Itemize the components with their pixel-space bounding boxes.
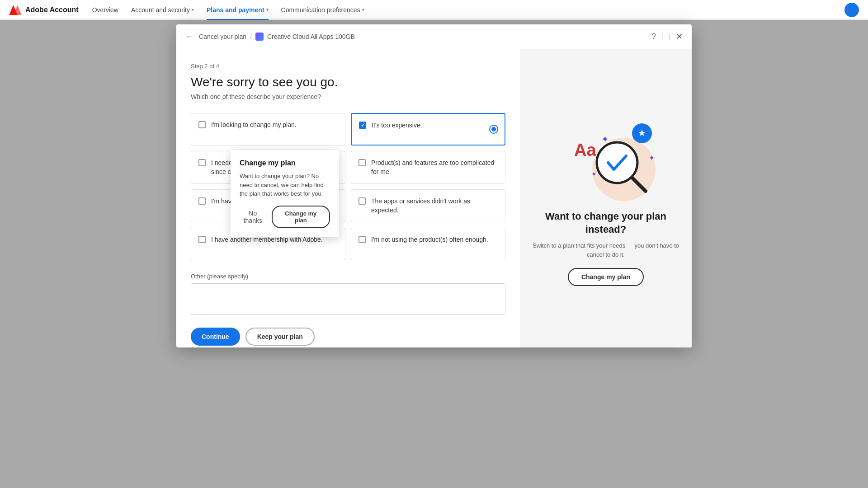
adobe-logo[interactable]: Adobe Account	[9, 5, 79, 15]
continue-button[interactable]: Continue	[191, 328, 240, 346]
option-change-plan[interactable]: I'm looking to change my plan.	[191, 113, 345, 145]
plan-icon	[255, 33, 264, 41]
breadcrumb-plan: Creative Cloud All Apps 100GB	[267, 33, 355, 40]
option-text-8: I'm not using the product(s) often enoug…	[371, 235, 488, 244]
svg-point-3	[597, 142, 637, 183]
popover-actions: No thanks Change my plan	[240, 206, 330, 228]
no-thanks-button[interactable]: No thanks	[240, 210, 266, 224]
popover-change-plan-button[interactable]: Change my plan	[272, 206, 330, 228]
checkbox-8[interactable]	[359, 236, 366, 243]
modal-overlay: ← Cancel your plan / Creative Cloud All …	[0, 20, 868, 488]
breadcrumb-separator: /	[250, 33, 252, 40]
svg-text:★: ★	[638, 128, 646, 138]
option-too-expensive[interactable]: It's too expensive.	[351, 113, 505, 145]
other-label: Other (please specify)	[191, 273, 505, 280]
modal-footer: Continue Keep your plan	[191, 328, 505, 347]
chevron-down-icon: ▾	[362, 7, 364, 12]
option-didnt-work[interactable]: The apps or services didn't work as expe…	[351, 189, 505, 222]
change-plan-popover: Change my plan Want to change your plan?…	[231, 150, 339, 237]
nav-links: Overview Account and security ▾ Plans an…	[92, 0, 831, 20]
chevron-down-icon: ▾	[192, 7, 194, 12]
checkbox-6[interactable]	[359, 197, 366, 205]
option-text-6: The apps or services didn't work as expe…	[371, 197, 498, 215]
modal-header-actions: ? | | ✕	[652, 32, 683, 42]
popover-body: Want to change your plan? No need to can…	[240, 172, 330, 198]
option-too-complicated[interactable]: Product(s) and features are too complica…	[351, 151, 505, 184]
sorry-subtitle: Which one of these describe your experie…	[191, 93, 505, 100]
nav-account-security[interactable]: Account and security ▾	[131, 0, 194, 20]
modal-header: ← Cancel your plan / Creative Cloud All …	[176, 24, 692, 49]
radio-circle	[489, 125, 498, 134]
separator2: |	[669, 33, 670, 41]
back-button[interactable]: ←	[185, 32, 193, 42]
breadcrumb-cancel: Cancel your plan	[199, 33, 246, 40]
adobe-account-label: Adobe Account	[25, 6, 79, 14]
checkbox-5[interactable]	[198, 197, 206, 205]
chevron-down-icon: ▾	[266, 7, 269, 12]
other-textarea[interactable]	[191, 283, 505, 315]
svg-text:Aa: Aa	[574, 141, 596, 160]
separator: |	[661, 33, 663, 41]
breadcrumb: Cancel your plan / Creative Cloud All Ap…	[199, 33, 355, 41]
right-panel-title: Want to change your plan instead?	[531, 210, 681, 236]
step-label: Step 2 of 4	[191, 63, 505, 70]
top-navigation: Adobe Account Overview Account and secur…	[0, 0, 868, 20]
right-panel-text: Want to change your plan instead? Switch…	[531, 210, 681, 259]
option-text-1: I'm looking to change my plan.	[211, 121, 297, 130]
adobe-logo-icon	[9, 5, 22, 15]
checkbox-2[interactable]	[359, 122, 366, 129]
right-panel-description: Switch to a plan that fits your needs — …	[531, 241, 681, 259]
checkbox-7[interactable]	[198, 236, 206, 243]
option-text-2: It's too expensive.	[372, 121, 422, 130]
svg-text:✦: ✦	[649, 154, 655, 162]
nav-overview[interactable]: Overview	[92, 0, 118, 20]
popover-title: Change my plan	[240, 159, 330, 167]
close-button[interactable]: ✕	[676, 32, 683, 42]
option-text-4: Product(s) and features are too complica…	[371, 159, 498, 176]
option-not-using[interactable]: I'm not using the product(s) often enoug…	[351, 228, 505, 260]
nav-plans-payment[interactable]: Plans and payment ▾	[207, 0, 269, 20]
illustration: ★ Aa ✦ ✦ ✦	[542, 111, 669, 201]
illustration-svg: ★ Aa ✦ ✦ ✦	[542, 111, 669, 201]
sorry-title: We're sorry to see you go.	[191, 75, 505, 89]
checkbox-4[interactable]	[359, 159, 366, 166]
svg-text:✦: ✦	[591, 170, 597, 178]
right-panel: ★ Aa ✦ ✦ ✦ Want to change your plan inst…	[520, 49, 692, 347]
nav-communication[interactable]: Communication preferences ▾	[281, 0, 364, 20]
checkbox-1[interactable]	[198, 121, 206, 128]
left-panel: Step 2 of 4 We're sorry to see you go. W…	[176, 49, 520, 347]
change-plan-button-right[interactable]: Change my plan	[568, 268, 644, 286]
keep-plan-button[interactable]: Keep your plan	[245, 328, 315, 346]
checkbox-3[interactable]	[198, 159, 206, 166]
avatar[interactable]	[844, 3, 859, 17]
svg-text:✦: ✦	[601, 134, 609, 144]
help-icon[interactable]: ?	[652, 33, 656, 41]
